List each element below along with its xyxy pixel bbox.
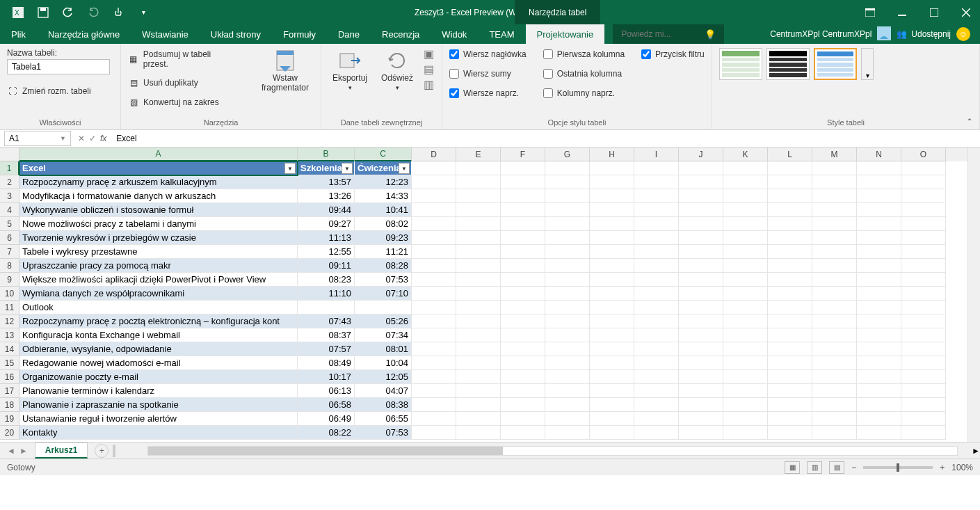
page-layout-button[interactable]: ▥ (807, 461, 822, 474)
cell[interactable]: Modyfikacja i formatowanie danych w arku… (19, 189, 298, 203)
cell[interactable]: 12:23 (355, 175, 412, 189)
cell[interactable] (412, 412, 456, 426)
cell[interactable] (679, 203, 723, 217)
cell[interactable]: 06:58 (298, 398, 355, 412)
page-break-button[interactable]: ▤ (829, 461, 844, 474)
cell[interactable] (857, 287, 901, 301)
cell[interactable] (501, 259, 545, 273)
cell[interactable] (857, 426, 901, 440)
cell[interactable] (634, 273, 679, 287)
cell[interactable] (723, 370, 768, 384)
name-box[interactable]: A1▼ (4, 131, 71, 146)
cell[interactable] (456, 203, 501, 217)
cell[interactable] (723, 217, 768, 231)
cell[interactable]: Kontakty (19, 426, 298, 440)
cell[interactable] (679, 412, 723, 426)
cell[interactable] (501, 342, 545, 356)
cell[interactable]: 10:41 (355, 203, 412, 217)
cell[interactable]: 06:13 (298, 384, 355, 398)
row-header[interactable]: 4 (0, 203, 19, 217)
cell[interactable] (501, 273, 545, 287)
tab-narzędzia-główne[interactable]: Narzędzia główne (37, 24, 131, 44)
cell[interactable] (768, 314, 812, 328)
cell[interactable] (634, 384, 679, 398)
cell[interactable]: Tworzenie wykresów i przebiegów w czasie (19, 231, 298, 245)
cell[interactable] (590, 245, 634, 259)
cell[interactable] (857, 231, 901, 245)
cell[interactable] (501, 301, 545, 314)
cell[interactable]: Większe możliwości aplikacji dzięki Powe… (19, 273, 298, 287)
cell[interactable] (901, 245, 946, 259)
cell[interactable] (857, 342, 901, 356)
normal-view-button[interactable]: ▦ (785, 461, 800, 474)
banded-cols-check[interactable]: Kolumny naprz. (543, 87, 625, 99)
cell[interactable] (545, 328, 590, 342)
cell[interactable]: 08:02 (355, 217, 412, 231)
user-avatar[interactable] (877, 26, 891, 42)
cell[interactable] (590, 217, 634, 231)
cell[interactable] (857, 203, 901, 217)
cell[interactable] (412, 259, 456, 273)
cell[interactable] (812, 189, 857, 203)
cell[interactable] (590, 189, 634, 203)
cell[interactable] (857, 217, 901, 231)
cell[interactable] (456, 384, 501, 398)
cell[interactable] (501, 426, 545, 440)
cell[interactable] (590, 259, 634, 273)
cell[interactable] (857, 245, 901, 259)
row-header[interactable]: 10 (0, 287, 19, 301)
cell[interactable] (501, 203, 545, 217)
cell[interactable] (501, 217, 545, 231)
cell[interactable] (812, 217, 857, 231)
cell[interactable] (901, 189, 946, 203)
cell[interactable] (545, 175, 590, 189)
cell[interactable] (723, 175, 768, 189)
cell[interactable] (501, 189, 545, 203)
cell[interactable] (812, 412, 857, 426)
cell[interactable] (590, 203, 634, 217)
cell[interactable]: Planowanie terminów i kalendarz (19, 384, 298, 398)
cell[interactable] (768, 301, 812, 314)
cell[interactable] (634, 328, 679, 342)
cell[interactable] (545, 189, 590, 203)
row-header[interactable]: 15 (0, 356, 19, 370)
add-sheet-button[interactable]: + (95, 444, 109, 458)
resize-table-button[interactable]: ⛶Zmień rozm. tabeli (7, 84, 113, 98)
row-header[interactable]: 1 (0, 161, 19, 175)
cell[interactable]: 09:23 (355, 231, 412, 245)
cell[interactable] (501, 161, 545, 175)
cell[interactable] (412, 231, 456, 245)
tab-widok[interactable]: Widok (431, 24, 478, 44)
row-header[interactable]: 19 (0, 412, 19, 426)
cell[interactable] (768, 203, 812, 217)
column-header[interactable]: A (19, 148, 298, 161)
last-col-check[interactable]: Ostatnia kolumna (543, 67, 625, 80)
cell[interactable] (412, 189, 456, 203)
cell[interactable]: Organizowanie poczty e-mail (19, 370, 298, 384)
cell[interactable] (590, 412, 634, 426)
cell[interactable] (501, 175, 545, 189)
cell[interactable] (634, 398, 679, 412)
cell[interactable] (679, 161, 723, 175)
cell[interactable] (901, 259, 946, 273)
tab-projektowanie[interactable]: Projektowanie (526, 24, 605, 44)
cell[interactable]: 08:49 (298, 356, 355, 370)
cell[interactable] (590, 370, 634, 384)
cancel-formula-button[interactable]: ✕ (78, 134, 85, 143)
zoom-level[interactable]: 100% (951, 463, 973, 472)
sheet-tab[interactable]: Arkusz1 (35, 443, 88, 459)
cell[interactable] (812, 273, 857, 287)
cell[interactable] (812, 287, 857, 301)
column-header[interactable]: K (723, 148, 768, 161)
cell[interactable] (634, 356, 679, 370)
column-header[interactable]: E (456, 148, 501, 161)
row-header[interactable]: 18 (0, 398, 19, 412)
cell[interactable] (545, 231, 590, 245)
zoom-out-button[interactable]: − (851, 463, 856, 472)
cell[interactable] (768, 356, 812, 370)
cell[interactable] (679, 259, 723, 273)
row-header[interactable]: 3 (0, 189, 19, 203)
cell[interactable] (456, 342, 501, 356)
cell[interactable]: 04:07 (355, 384, 412, 398)
cell[interactable] (768, 287, 812, 301)
